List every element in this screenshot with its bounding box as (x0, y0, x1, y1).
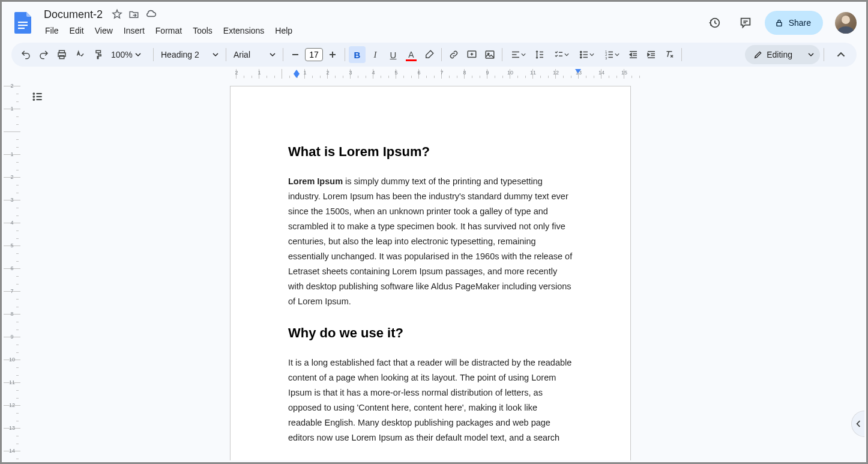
header-right: Share (702, 11, 857, 35)
pencil-icon (753, 50, 763, 59)
font-size-increase[interactable] (324, 46, 341, 63)
style-dropdown[interactable]: Heading 2 (157, 46, 222, 63)
svg-point-47 (34, 96, 35, 97)
paragraph-2[interactable]: It is a long established fact that a rea… (288, 355, 573, 445)
chevron-down-icon (808, 52, 814, 58)
numbered-list-button[interactable]: 123 (600, 46, 624, 63)
ruler-horizontal[interactable]: 21123456789101112131415 (21, 69, 866, 79)
font-value: Arial (234, 50, 250, 59)
style-value: Heading 2 (161, 50, 199, 59)
avatar[interactable] (835, 12, 857, 34)
heading-1[interactable]: What is Lorem Ipsum? (288, 144, 573, 160)
para1-text: is simply dummy text of the printing and… (288, 176, 572, 306)
cloud-icon[interactable] (145, 8, 157, 20)
image-button[interactable] (481, 46, 498, 63)
menu-edit[interactable]: Edit (65, 23, 89, 38)
menu-tools[interactable]: Tools (188, 23, 217, 38)
underline-button[interactable]: U (385, 46, 402, 63)
align-button[interactable] (506, 46, 530, 63)
zoom-value: 100% (111, 50, 133, 59)
share-button[interactable]: Share (765, 11, 823, 35)
link-button[interactable] (445, 46, 462, 63)
italic-button[interactable]: I (367, 46, 384, 63)
chevron-down-icon (589, 52, 594, 57)
redo-button[interactable] (35, 46, 52, 63)
star-icon[interactable] (111, 8, 123, 20)
font-dropdown[interactable]: Arial (230, 46, 279, 63)
bold-text: Lorem Ipsum (288, 176, 343, 186)
spellcheck-button[interactable] (71, 46, 88, 63)
line-spacing-button[interactable] (531, 46, 548, 63)
heading-2[interactable]: Why do we use it? (288, 325, 573, 341)
svg-point-27 (580, 54, 582, 55)
checklist-button[interactable] (549, 46, 573, 63)
menu-format[interactable]: Format (151, 23, 187, 38)
editing-mode-button[interactable]: Editing (745, 45, 820, 64)
svg-rect-1 (18, 25, 28, 26)
text-color-button[interactable]: A (403, 46, 420, 63)
chevron-down-icon (135, 52, 141, 58)
comment-button[interactable] (463, 46, 480, 63)
chevron-down-icon (212, 52, 219, 58)
docs-logo[interactable] (11, 11, 35, 35)
paragraph-1[interactable]: Lorem Ipsum is simply dummy text of the … (288, 174, 573, 309)
move-icon[interactable] (128, 8, 140, 20)
svg-rect-0 (18, 22, 28, 23)
ruler-vertical[interactable]: 211234567891011121314 (4, 81, 20, 460)
svg-point-28 (580, 56, 582, 58)
svg-rect-6 (777, 22, 782, 26)
indent-marker-left[interactable] (294, 69, 300, 78)
svg-point-48 (34, 99, 35, 100)
svg-point-46 (34, 93, 35, 94)
history-icon[interactable] (702, 11, 726, 35)
highlight-button[interactable] (421, 46, 438, 63)
decrease-indent-button[interactable] (625, 46, 642, 63)
chevron-down-icon (615, 52, 619, 57)
document-title[interactable]: Document-2 (40, 8, 106, 21)
menu-file[interactable]: File (40, 23, 64, 38)
outline-button[interactable] (29, 88, 46, 105)
editing-mode-label: Editing (767, 50, 792, 59)
bold-button[interactable]: B (349, 46, 366, 63)
undo-button[interactable] (17, 46, 34, 63)
menu-view[interactable]: View (90, 23, 118, 38)
indent-marker-right[interactable] (575, 69, 581, 73)
menu-help[interactable]: Help (270, 23, 297, 38)
share-label: Share (789, 18, 811, 28)
print-button[interactable] (53, 46, 70, 63)
font-size-input[interactable] (305, 48, 323, 61)
title-area: Document-2 File Edit View Insert Format … (40, 7, 702, 39)
svg-text:3: 3 (605, 56, 607, 60)
lock-icon (774, 18, 784, 28)
collapse-toolbar-button[interactable] (831, 45, 851, 64)
chevron-down-icon (564, 52, 569, 57)
document-area: What is Lorem Ipsum? Lorem Ipsum is simp… (21, 81, 864, 460)
page[interactable]: What is Lorem Ipsum? Lorem Ipsum is simp… (230, 86, 631, 460)
comments-icon[interactable] (734, 11, 758, 35)
menu-bar: File Edit View Insert Format Tools Exten… (40, 22, 702, 39)
svg-rect-2 (18, 28, 25, 29)
toolbar: 100% Heading 2 Arial B I U A 123 Editing (11, 43, 857, 67)
font-size-decrease[interactable] (287, 46, 304, 63)
chevron-down-icon (521, 52, 526, 57)
increase-indent-button[interactable] (643, 46, 660, 63)
bulleted-list-button[interactable] (574, 46, 598, 63)
svg-point-26 (580, 51, 582, 52)
header: Document-2 File Edit View Insert Format … (2, 2, 866, 40)
clear-formatting-button[interactable] (661, 46, 678, 63)
chevron-down-icon (270, 52, 276, 58)
menu-extensions[interactable]: Extensions (219, 23, 269, 38)
menu-insert[interactable]: Insert (119, 23, 149, 38)
zoom-dropdown[interactable]: 100% (107, 46, 149, 63)
paint-format-button[interactable] (89, 46, 106, 63)
